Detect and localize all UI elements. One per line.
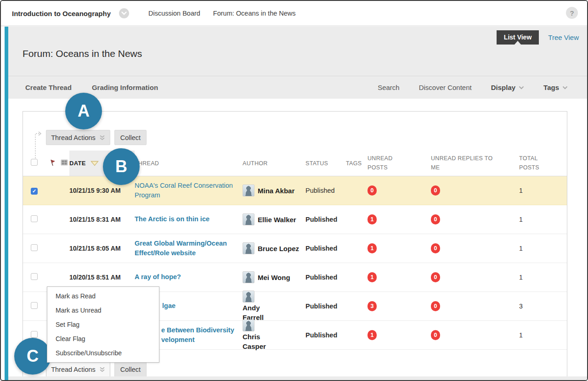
thread-date: 10/21/15 9:30 AM: [69, 187, 121, 194]
table-row[interactable]: 10/21/15 8:05 AM Great Global Warming/Oc…: [23, 234, 567, 263]
thread-column-header[interactable]: THREAD: [135, 160, 243, 167]
help-icon[interactable]: ?: [566, 7, 578, 19]
bottom-strip: [8, 376, 587, 380]
thread-link[interactable]: NOAA's Coral Reef Conservation Program: [135, 181, 234, 200]
row-checkbox[interactable]: [31, 331, 38, 338]
menu-item-set-flag[interactable]: Set Flag: [47, 319, 159, 330]
avatar: [243, 291, 254, 303]
search-button[interactable]: Search: [378, 84, 400, 91]
unread-posts-badge[interactable]: 1: [368, 214, 377, 224]
unread-replies-badge[interactable]: 0: [431, 272, 440, 282]
unread-replies-badge[interactable]: 0: [431, 214, 440, 224]
total-posts-value: 3: [519, 303, 523, 310]
page-header-band: List View Tree View Forum: Oceans in the…: [8, 27, 587, 99]
author-name: Bruce Lopez: [258, 244, 299, 253]
collect-button[interactable]: Collect: [114, 130, 147, 145]
author-name: Chris Casper: [243, 332, 282, 351]
sort-descending-icon: [90, 161, 99, 166]
menu-item-subscribe-unsubscribe[interactable]: Subscribe/Unsubscribe: [47, 347, 159, 359]
table-row[interactable]: 10/21/15 8:31 AM The Arctic is on thin i…: [23, 205, 567, 234]
unread-replies-badge[interactable]: 0: [431, 185, 440, 196]
unread-replies-badge[interactable]: 0: [431, 301, 440, 311]
thread-actions-button-bottom[interactable]: Thread Actions: [46, 362, 110, 377]
thread-link[interactable]: A ray of hope?: [135, 272, 234, 282]
thread-link[interactable]: The Arctic is on thin ice: [135, 214, 234, 224]
total-posts-value: 1: [519, 331, 523, 339]
breadcrumb-discussion-board[interactable]: Discussion Board: [148, 10, 200, 17]
tags-column-header[interactable]: TAGS: [346, 160, 368, 167]
status-badge: Published: [305, 303, 337, 310]
row-checkbox[interactable]: [31, 215, 38, 222]
tags-label: Tags: [543, 84, 559, 91]
unread-posts-header-label: UNREAD POSTS: [368, 154, 404, 172]
thread-author: Chris Casper: [243, 319, 282, 351]
menu-item-clear-flag[interactable]: Clear Flag: [47, 333, 159, 344]
avatar: [243, 185, 254, 196]
thread-actions-label: Thread Actions: [51, 366, 96, 373]
thread-actions-button[interactable]: Thread Actions: [46, 130, 110, 145]
total-posts-column-header[interactable]: TOTAL POSTS: [518, 154, 567, 172]
annotation-bubble-c: C: [14, 338, 51, 375]
avatar: [243, 319, 254, 331]
thread-link-line2: velopment: [161, 335, 234, 345]
page-title: Forum: Oceans in the News: [23, 48, 142, 59]
author-name: Mei Wong: [258, 273, 290, 282]
flag-column-icon[interactable]: [50, 159, 56, 166]
status-badge: Published: [305, 187, 335, 194]
menu-item-mark-as-read[interactable]: Mark as Read: [47, 291, 159, 302]
grid-column-icon[interactable]: [61, 159, 68, 166]
status-badge: Published: [305, 274, 337, 281]
unread-posts-badge[interactable]: 1: [368, 330, 377, 340]
unread-posts-badge[interactable]: 1: [368, 243, 377, 253]
tags-dropdown[interactable]: Tags: [543, 84, 568, 91]
course-menu-chevron-icon[interactable]: [119, 8, 129, 18]
unread-posts-badge[interactable]: 0: [368, 185, 377, 196]
status-column-header[interactable]: STATUS: [305, 160, 346, 167]
row-checkbox[interactable]: [31, 302, 38, 309]
collect-label: Collect: [120, 134, 141, 141]
author-name: Mina Akbar: [258, 186, 294, 196]
menu-item-mark-as-unread[interactable]: Mark as Unread: [47, 305, 159, 316]
thread-actions-label: Thread Actions: [51, 134, 96, 141]
thread-link[interactable]: Great Global Warming/Ocean Effect/Role w…: [135, 239, 234, 258]
unread-replies-column-header[interactable]: UNREAD REPLIES TO ME: [431, 154, 518, 172]
unread-posts-column-header[interactable]: UNREAD POSTS: [368, 154, 431, 172]
table-row[interactable]: 10/21/15 9:30 AM NOAA's Coral Reef Conse…: [23, 176, 567, 205]
select-all-checkbox[interactable]: [31, 159, 38, 166]
tree-view-link[interactable]: Tree View: [548, 34, 579, 41]
total-posts-value: 1: [519, 274, 523, 281]
thread-link-line1: e Between Biodiversity: [161, 325, 234, 335]
status-badge: Published: [305, 216, 337, 223]
display-label: Display: [491, 84, 515, 91]
status-badge: Published: [305, 245, 337, 252]
date-header-label: DATE: [69, 160, 86, 167]
total-posts-value: 1: [519, 216, 523, 223]
unread-posts-badge[interactable]: 1: [368, 272, 377, 282]
author-column-header[interactable]: AUTHOR: [243, 160, 305, 167]
row-checkbox[interactable]: [31, 244, 38, 251]
course-accent-bar: [5, 27, 8, 380]
action-bar: Create Thread Grading Information Search…: [8, 76, 587, 99]
create-thread-button[interactable]: Create Thread: [25, 84, 72, 91]
row-checkbox[interactable]: [31, 273, 38, 280]
unread-replies-badge[interactable]: 0: [431, 243, 440, 253]
discover-content-button[interactable]: Discover Content: [419, 84, 472, 91]
total-posts-header-label: TOTAL POSTS: [519, 154, 544, 172]
grading-information-button[interactable]: Grading Information: [92, 84, 158, 91]
collect-label: Collect: [120, 366, 141, 373]
row-checkbox[interactable]: [31, 188, 38, 195]
thread-link[interactable]: e Between Biodiversity velopment: [161, 325, 234, 345]
annotation-bubble-a: A: [65, 93, 102, 129]
author-name: Ellie Walker: [258, 215, 296, 224]
list-view-button[interactable]: List View: [497, 30, 539, 45]
status-badge: Published: [305, 331, 337, 339]
collect-button-bottom[interactable]: Collect: [114, 362, 147, 377]
course-title: Introduction to Oceanography: [12, 10, 111, 17]
unread-replies-badge[interactable]: 0: [431, 330, 440, 340]
unread-posts-badge[interactable]: 3: [368, 301, 377, 311]
display-dropdown[interactable]: Display: [491, 84, 524, 91]
thread-link[interactable]: lgae: [162, 301, 234, 311]
double-chevron-down-icon: [99, 135, 105, 140]
app-window: Introduction to Oceanography Discussion …: [0, 0, 588, 381]
thread-author: Andy Farrell: [243, 291, 282, 322]
